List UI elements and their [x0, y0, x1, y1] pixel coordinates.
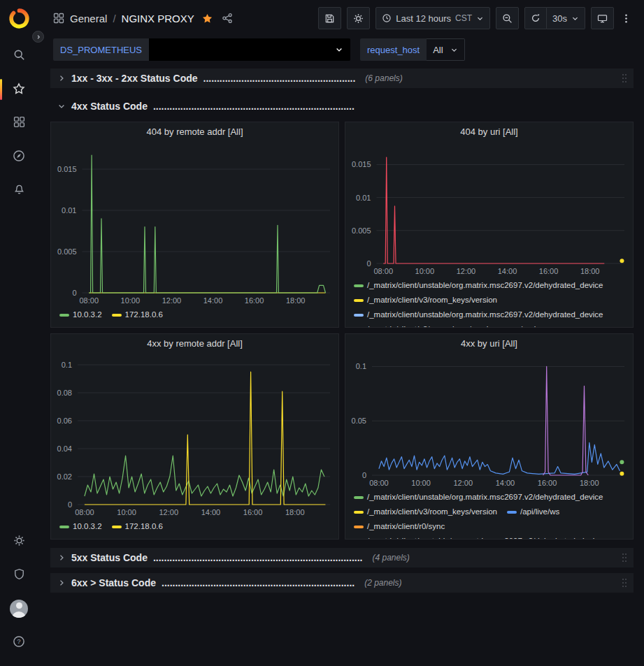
row-drag-handle[interactable]: [621, 552, 628, 563]
svg-text:10:00: 10:00: [411, 479, 431, 487]
chevron-down-icon: [335, 45, 343, 54]
navbar: General / NGINX PROXY L: [38, 0, 644, 36]
legend-item[interactable]: /_matrix/client/v3/room_keys/version: [354, 505, 497, 519]
svg-text:0.01: 0.01: [62, 206, 76, 215]
app-root: ? General / NGINX PROXY: [0, 0, 644, 666]
svg-text:12:00: 12:00: [162, 296, 182, 305]
dashboard-settings-button[interactable]: [347, 7, 370, 29]
row-1xx-3xx-2xx[interactable]: 1xx - 3xx - 2xx Status Code ............…: [50, 68, 634, 88]
svg-text:12:00: 12:00: [457, 267, 476, 275]
grafana-logo[interactable]: [6, 6, 31, 31]
kebab-icon: [621, 13, 631, 24]
variables-bar: DS_PROMETHEUS request_host All: [38, 36, 644, 67]
panel-title[interactable]: 404 by uri [All]: [345, 122, 633, 140]
share-button[interactable]: [220, 11, 234, 25]
gear-icon: [13, 535, 25, 549]
tv-mode-button[interactable]: [591, 7, 614, 29]
legend-item[interactable]: /_matrix/client/v3/room_keys/version: [354, 294, 497, 307]
help-icon: ?: [13, 635, 25, 650]
row-leader-dots: ........................................…: [153, 101, 355, 112]
apps-icon: [53, 13, 64, 24]
legend-series-marker: [507, 511, 517, 514]
svg-text:0: 0: [366, 259, 371, 268]
svg-text:10:00: 10:00: [415, 267, 435, 275]
svg-text:0.04: 0.04: [57, 444, 72, 453]
time-range-picker[interactable]: Last 12 hours CST: [375, 7, 490, 29]
svg-text:?: ?: [17, 637, 20, 645]
legend-item[interactable]: 10.0.3.2: [59, 520, 102, 533]
legend-item[interactable]: /_matrix/client/v3/room_keys/version: [354, 323, 497, 327]
legend-item[interactable]: /_matrix/client/unstable/org.matrix.msc2…: [354, 491, 603, 504]
svg-text:16:00: 16:00: [539, 267, 559, 275]
legend-series-marker: [354, 496, 364, 499]
legend-series-label: /_matrix/client/v3/room_keys/version: [367, 323, 497, 327]
timeseries-chart: 00.020.040.060.080.108:0010:0012:0014:00…: [51, 352, 338, 519]
datasource-select[interactable]: [149, 38, 350, 61]
sidebar-item-profile[interactable]: [5, 595, 33, 623]
panel-title[interactable]: 4xx by uri [All]: [345, 334, 633, 352]
sidebar-item-search[interactable]: [5, 42, 33, 70]
legend-item[interactable]: /api/live/ws: [507, 505, 559, 519]
row-4xx[interactable]: 4xx Status Code ........................…: [50, 96, 634, 116]
zoom-out-button[interactable]: [496, 7, 519, 29]
chart-legend: 10.0.3.2172.18.0.6: [51, 519, 338, 533]
legend-series-marker: [354, 511, 364, 514]
sidebar-expand-toggle[interactable]: [32, 31, 44, 43]
request-host-select[interactable]: All: [427, 38, 464, 61]
chevron-down-icon: [57, 102, 66, 110]
kebab-menu-button[interactable]: [620, 13, 633, 24]
legend-series-marker: [354, 299, 364, 302]
panel-title[interactable]: 404 by remote addr [All]: [51, 122, 338, 140]
sidebar-item-configuration[interactable]: [5, 528, 33, 556]
sidebar-item-help[interactable]: ?: [5, 628, 33, 656]
row-title: 1xx - 3xx - 2xx Status Code: [71, 73, 198, 84]
gear-icon: [353, 13, 364, 24]
svg-text:0.015: 0.015: [57, 165, 77, 173]
row-title: 5xx Status Code: [71, 552, 148, 563]
row-panel-count: (6 panels): [365, 73, 402, 83]
row-leader-dots: ........................................…: [162, 577, 355, 588]
svg-text:0.02: 0.02: [57, 472, 72, 481]
svg-text:0: 0: [72, 289, 76, 297]
panel-grid: 404 by remote addr [All] 00.0050.010.015…: [50, 122, 634, 540]
sidebar-item-explore[interactable]: [5, 143, 33, 171]
sidebar-item-starred[interactable]: [5, 75, 33, 103]
svg-text:10:00: 10:00: [117, 508, 136, 516]
chevron-down-icon: [571, 15, 579, 22]
legend-item[interactable]: /_matrix/client/unstable/org.matrix.msc2…: [354, 308, 603, 321]
legend-series-label: /api/live/ws: [520, 505, 559, 519]
svg-text:14:00: 14:00: [496, 479, 515, 487]
favorite-star-button[interactable]: [200, 11, 215, 26]
legend-item[interactable]: /_matrix/client/r0/sync: [354, 520, 445, 533]
row-drag-handle[interactable]: [621, 73, 628, 84]
row-5xx[interactable]: 5xx Status Code ........................…: [50, 548, 634, 567]
refresh-button[interactable]: [524, 7, 547, 29]
row-title: 4xx Status Code: [71, 101, 148, 112]
panel-title[interactable]: 4xx by remote addr [All]: [51, 334, 338, 352]
sidebar-item-dashboards[interactable]: [5, 109, 33, 137]
legend-series-marker: [112, 526, 122, 528]
panel-404-by-uri: 404 by uri [All] 00.0050.010.01508:0010:…: [345, 122, 634, 328]
row-6xx[interactable]: 6xx > Status Code ......................…: [50, 573, 634, 593]
refresh-interval-dropdown[interactable]: 30s: [547, 7, 585, 29]
timeseries-chart: 00.0050.010.01508:0010:0012:0014:0016:00…: [345, 140, 633, 277]
save-dashboard-button[interactable]: [318, 7, 341, 29]
zoom-out-icon: [502, 13, 513, 24]
sidebar-item-alerting[interactable]: [5, 176, 33, 204]
legend-item[interactable]: 172.18.0.6: [112, 520, 163, 533]
compass-icon: [13, 150, 25, 164]
legend-item[interactable]: /_matrix/client/unstable/org.matrix.msc2…: [354, 535, 603, 539]
star-icon: [13, 82, 25, 97]
breadcrumb-general[interactable]: General: [70, 13, 107, 24]
legend-series-marker: [112, 314, 122, 317]
legend-item[interactable]: /sw.js: [507, 323, 540, 327]
chevron-right-icon: [57, 74, 66, 82]
svg-text:0.06: 0.06: [57, 417, 72, 425]
row-drag-handle[interactable]: [621, 577, 628, 588]
legend-item[interactable]: 172.18.0.6: [112, 308, 163, 321]
bell-icon: [13, 183, 25, 197]
legend-item[interactable]: 10.0.3.2: [59, 308, 102, 321]
chevron-right-icon: [36, 34, 41, 40]
sidebar-item-server-admin[interactable]: [5, 561, 33, 589]
legend-item[interactable]: /_matrix/client/unstable/org.matrix.msc2…: [354, 279, 603, 292]
